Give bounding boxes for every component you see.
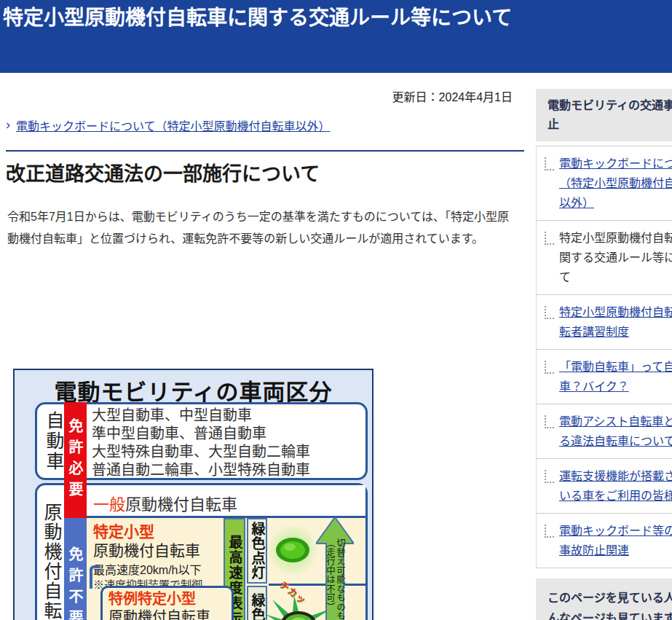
tokurei-box: 特例特定小型 原動機付自転車 最高速度 6 km/h以下 ※速度抑制装置で制御 xyxy=(100,586,234,620)
sidebar-item-label[interactable]: 特定小型原動機付自転車の運 転者講習制度 xyxy=(559,302,672,342)
license-free-strip: 免許不要 xyxy=(64,518,87,620)
vehicle-line: 準中型自動車、普通自動車 xyxy=(92,425,310,443)
connector-bracket xyxy=(90,565,100,589)
tokurei-name-red: 特例特定小型 xyxy=(108,590,226,608)
tokurei-name: 原動機付自転車 xyxy=(108,608,226,620)
main-content: 更新日：2024年4月1日 › 電動キックボードについて（特定小型原動機付自転車… xyxy=(0,73,530,249)
sidebar-item-label[interactable]: 「電動自転車」って自転 車？バイク？ xyxy=(559,357,672,396)
vehicle-line: 大型特殊自動車、大型自動二輪車 xyxy=(92,443,310,461)
sidebar-item-label[interactable]: 電動キックボードについて （特定小型原動機付自転車 以外） xyxy=(559,154,672,213)
tree-branch-icon xyxy=(545,306,554,319)
green-on-label: 緑色点灯 xyxy=(247,518,267,584)
sidebar-item-label[interactable]: 電動アシスト自転車と称す る違法自転車について xyxy=(559,412,672,451)
page-header: 特定小型原動機付自転車に関する交通ルール等について xyxy=(0,0,672,73)
moped-group-label: 原動機付自転車 xyxy=(39,487,65,620)
breadcrumb: › 電動キックボードについて（特定小型原動機付自転車以外） xyxy=(6,117,530,134)
sidebar-item-label[interactable]: 運転支援機能が搭載されて いる車をご利用の皆様へ xyxy=(559,466,672,506)
tokutei-name-red: 特定小型 xyxy=(93,522,202,541)
tree-branch-icon xyxy=(545,470,554,483)
switch-double-arrow-icon: 切替え可能なものもある （走行中は不可） xyxy=(316,517,354,620)
chevron-right-icon: › xyxy=(6,118,10,131)
sidebar-list: 電動キックボードについて （特定小型原動機付自転車 以外）特定小型原動機付自転車… xyxy=(536,146,672,568)
sidebar-item-2[interactable]: 特定小型原動機付自転車の運 転者講習制度 xyxy=(537,295,672,350)
tokutei-text-block: 特定小型 原動機付自転車 最高速度20km/h以下 ※速度抑制装置で制御 xyxy=(93,522,202,592)
sidebar-item-6[interactable]: 電動キックボード等の交通 事故防止関連 xyxy=(537,514,672,568)
page-title: 特定小型原動機付自転車に関する交通ルール等について xyxy=(0,0,672,34)
tree-branch-icon xyxy=(545,415,554,428)
sidebar-heading: 電動モビリティの交通事故防 止 xyxy=(536,89,672,141)
sidebar-item-1: 特定小型原動機付自転車に 関する交通ルール等につい て xyxy=(537,221,672,295)
sidebar-item-5[interactable]: 運転支援機能が搭載されて いる車をご利用の皆様へ xyxy=(537,459,672,514)
sidebar-item-label: 特定小型原動機付自転車に 関する交通ルール等につい て xyxy=(559,228,672,287)
tree-branch-icon xyxy=(545,157,554,170)
general-moped-label: 一般原動機付自転車 xyxy=(93,491,237,514)
breadcrumb-link[interactable]: 電動キックボードについて（特定小型原動機付自転車以外） xyxy=(16,117,331,134)
update-date: 更新日：2024年4月1日 xyxy=(0,87,513,105)
vehicle-line: 普通自動二輪車、小型特殊自動車 xyxy=(92,461,310,479)
vehicle-line: 大型自動車、中型自動車 xyxy=(92,407,310,425)
vehicle-classification-diagram: 電動モビリティの車両区分 自動車 原動機付自転車 免許必要 免許不要 大型自動車… xyxy=(13,369,373,620)
sidebar-item-3[interactable]: 「電動自転車」って自転 車？バイク？ xyxy=(537,350,672,404)
sidebar-item-0[interactable]: 電動キックボードについて （特定小型原動機付自転車 以外） xyxy=(537,146,672,221)
intro-paragraph: 令和5年7月1日からは、電動モビリティのうち一定の基準を満たすものについては、「… xyxy=(7,206,517,249)
sidebar: 電動モビリティの交通事故防 止 電動キックボードについて （特定小型原動機付自転… xyxy=(536,89,672,620)
tree-branch-icon xyxy=(545,232,554,245)
tokutei-speed: 最高速度20km/h以下 xyxy=(93,562,202,578)
license-required-strip: 免許必要 xyxy=(64,402,87,518)
car-vehicle-lines: 大型自動車、中型自動車準中型自動車、普通自動車大型特殊自動車、大型自動二輪車普通… xyxy=(92,407,310,479)
sidebar-item-label[interactable]: 電動キックボード等の交通 事故防止関連 xyxy=(559,521,672,560)
car-group-label: 自動車 xyxy=(41,405,67,477)
section-heading: 改正道路交通法の一部施行について xyxy=(6,150,524,187)
sidebar-item-4[interactable]: 電動アシスト自転車と称す る違法自転車について xyxy=(537,404,672,459)
tree-branch-icon xyxy=(545,361,554,374)
general-prefix: 一般 xyxy=(93,495,125,514)
tokutei-name: 原動機付自転車 xyxy=(93,541,202,560)
lamp-on-icon xyxy=(266,521,319,582)
related-pages-heading: このページを見ている人はこ んなページも見ています xyxy=(536,578,672,620)
tree-branch-icon xyxy=(545,525,554,538)
switch-arrow-note: 切替え可能なものもある （走行中は不可） xyxy=(316,517,354,620)
